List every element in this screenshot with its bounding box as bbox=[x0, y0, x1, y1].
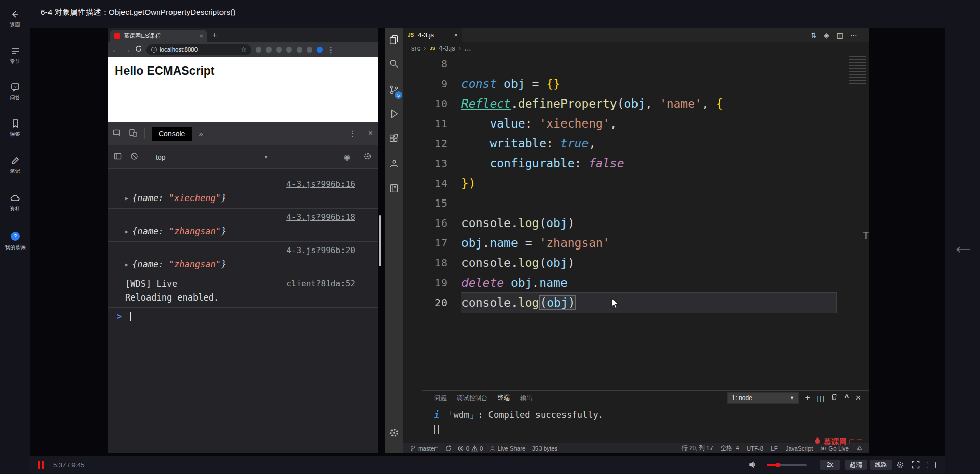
route-button[interactable]: 线路 bbox=[870, 460, 892, 470]
sidebar-item-my-course[interactable]: ? 我的慕课 bbox=[0, 231, 30, 251]
extensions-icon[interactable] bbox=[385, 130, 403, 147]
run-debug-icon[interactable] bbox=[385, 105, 403, 122]
kill-terminal-icon[interactable] bbox=[831, 393, 838, 403]
code-line-20[interactable]: 20console.log(obj) bbox=[403, 293, 869, 313]
live-share-icon[interactable] bbox=[385, 155, 403, 172]
devtools-close-icon[interactable]: × bbox=[368, 129, 373, 138]
toggle-editor-icon[interactable]: ⇅ bbox=[811, 31, 817, 39]
indentation-indicator[interactable]: 空格: 4 bbox=[721, 444, 739, 452]
encoding-indicator[interactable]: UTF-8 bbox=[747, 445, 764, 452]
sidebar-item-back[interactable]: 返回 bbox=[0, 9, 30, 29]
inspect-element-icon[interactable] bbox=[113, 128, 122, 139]
notebook-icon[interactable] bbox=[385, 180, 403, 197]
file-size-indicator[interactable]: 353 bytes bbox=[532, 445, 557, 452]
player-settings-gear-icon[interactable] bbox=[896, 461, 904, 471]
extension-icon[interactable] bbox=[297, 47, 302, 53]
volume-icon[interactable] bbox=[749, 461, 757, 471]
new-terminal-icon[interactable]: + bbox=[805, 393, 810, 403]
gem-icon[interactable]: ◈ bbox=[824, 31, 829, 39]
bookmark-star-icon[interactable]: ☆ bbox=[241, 46, 247, 53]
code-editor[interactable]: 89const obj = {}10Reflect.defineProperty… bbox=[403, 54, 869, 390]
quality-button[interactable]: 超清 bbox=[845, 460, 867, 470]
console-prompt[interactable]: > bbox=[108, 308, 378, 325]
code-line-8[interactable]: 8 bbox=[403, 54, 869, 74]
code-line-14[interactable]: 14}) bbox=[403, 173, 869, 193]
tab-4-3-js[interactable]: JS 4-3.js × bbox=[403, 28, 462, 42]
address-bar[interactable]: i localhost:8080 ☆ bbox=[146, 44, 251, 55]
tab-close-icon[interactable]: × bbox=[199, 32, 203, 40]
device-toolbar-icon[interactable] bbox=[129, 128, 138, 139]
code-line-16[interactable]: 16console.log(obj) bbox=[403, 213, 869, 233]
console-source-link[interactable]: client?81da:52 bbox=[286, 279, 355, 288]
tab-output[interactable]: 输出 bbox=[520, 391, 532, 405]
console-settings-gear-icon[interactable] bbox=[363, 152, 372, 162]
live-share-status[interactable]: Live Share bbox=[489, 445, 525, 452]
close-panel-icon[interactable]: × bbox=[856, 393, 861, 403]
sidebar-item-chapters[interactable]: 章节 bbox=[0, 46, 30, 65]
git-branch-indicator[interactable]: master* bbox=[410, 445, 438, 452]
live-expression-icon[interactable]: ◉ bbox=[344, 153, 350, 162]
browser-tab[interactable]: 慕课网ES课程 × bbox=[110, 30, 207, 42]
extension-icon[interactable] bbox=[266, 47, 272, 53]
console-sidebar-icon[interactable] bbox=[114, 152, 122, 162]
fullscreen-icon[interactable] bbox=[912, 461, 920, 471]
context-selector[interactable]: top ▼ bbox=[156, 153, 268, 161]
split-editor-icon[interactable]: ◫ bbox=[837, 31, 843, 39]
browser-menu-icon[interactable]: ⋮ bbox=[327, 46, 335, 54]
devtools-menu-icon[interactable]: ⋮ bbox=[349, 129, 357, 138]
tab-close-icon[interactable]: × bbox=[454, 31, 458, 39]
playback-speed-button[interactable]: 2x bbox=[820, 460, 840, 470]
sidebar-item-notes[interactable]: 笔记 bbox=[0, 156, 30, 175]
extension-icon[interactable] bbox=[286, 47, 292, 53]
extension-icon-active[interactable] bbox=[317, 47, 323, 53]
problems-indicator[interactable]: 0 0 bbox=[458, 445, 483, 452]
console-source-link[interactable]: 4-3.js?996b:16 bbox=[286, 179, 355, 189]
breadcrumb-src[interactable]: src bbox=[411, 44, 420, 52]
console-source-link[interactable]: 4-3.js?996b:18 bbox=[286, 212, 355, 222]
prev-video-arrow[interactable]: ← bbox=[951, 234, 975, 257]
nav-back-icon[interactable]: ← bbox=[112, 46, 119, 53]
object-preview[interactable]: {name: "xiecheng"} bbox=[132, 193, 226, 203]
devtools-scrollbar[interactable] bbox=[379, 215, 381, 266]
tab-terminal[interactable]: 终端 bbox=[498, 391, 510, 405]
breadcrumb-file[interactable]: 4-3.js bbox=[439, 44, 455, 52]
tab-problems[interactable]: 问题 bbox=[434, 391, 447, 405]
clear-console-icon[interactable] bbox=[130, 152, 138, 162]
split-terminal-icon[interactable]: ◫ bbox=[817, 393, 824, 403]
sidebar-item-materials[interactable]: 资料 bbox=[0, 193, 30, 212]
pause-button[interactable] bbox=[38, 461, 44, 469]
sidebar-item-qa[interactable]: ? 问答 bbox=[0, 82, 30, 102]
extension-icon[interactable] bbox=[256, 47, 261, 53]
extension-icon[interactable] bbox=[276, 47, 282, 53]
cursor-position-indicator[interactable]: 行 20, 列 17 bbox=[681, 444, 713, 452]
code-line-15[interactable]: 15 bbox=[403, 193, 869, 213]
maximize-panel-icon[interactable]: ^ bbox=[844, 393, 849, 403]
sync-icon[interactable] bbox=[445, 445, 451, 452]
expand-triangle-icon[interactable]: ▶ bbox=[125, 262, 128, 267]
breadcrumb-symbol[interactable]: … bbox=[464, 44, 471, 52]
code-line-12[interactable]: 12 writable: true, bbox=[403, 134, 869, 154]
search-icon[interactable] bbox=[385, 55, 403, 72]
language-mode-indicator[interactable]: JavaScript bbox=[786, 445, 813, 452]
code-line-9[interactable]: 9const obj = {} bbox=[403, 74, 869, 94]
sidebar-item-bookmark[interactable]: 课签 bbox=[0, 118, 30, 138]
eol-indicator[interactable]: LF bbox=[771, 445, 777, 452]
object-preview[interactable]: {name: "zhangsan"} bbox=[132, 259, 226, 269]
code-line-10[interactable]: 10Reflect.defineProperty(obj, 'name', { bbox=[403, 94, 869, 114]
volume-knob[interactable] bbox=[776, 463, 780, 467]
more-tabs-icon[interactable]: » bbox=[199, 129, 203, 138]
shell-selector[interactable]: 1: node ▼ bbox=[727, 392, 799, 404]
expand-triangle-icon[interactable]: ▶ bbox=[125, 195, 128, 201]
manage-gear-icon[interactable] bbox=[385, 424, 403, 441]
expand-triangle-icon[interactable]: ▶ bbox=[125, 229, 128, 234]
extension-icon[interactable] bbox=[307, 47, 312, 53]
explorer-icon[interactable] bbox=[385, 31, 403, 48]
tab-debug-console[interactable]: 调试控制台 bbox=[457, 391, 487, 405]
code-line-18[interactable]: 18console.log(obj) bbox=[403, 253, 869, 273]
source-control-icon[interactable]: 5 bbox=[385, 81, 403, 98]
code-line-17[interactable]: 17obj.name = 'zhangsan' bbox=[403, 233, 869, 253]
code-line-11[interactable]: 11 value: 'xiecheng', bbox=[403, 114, 869, 134]
terminal-output[interactable]: i 「wdm」: Compiled successfully. bbox=[422, 405, 869, 434]
theater-mode-icon[interactable] bbox=[927, 462, 936, 468]
object-preview[interactable]: {name: "zhangsan"} bbox=[132, 226, 226, 236]
